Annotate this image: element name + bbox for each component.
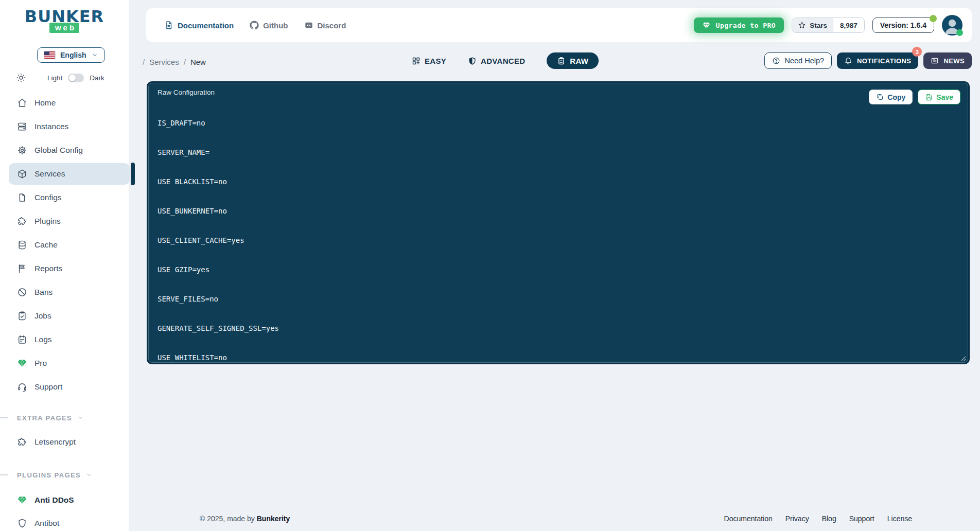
notifications-button[interactable]: NOTIFICATIONS 3	[837, 52, 918, 69]
sidebar-item-anti-ddos[interactable]: Anti DDoS	[0, 488, 129, 512]
github-icon	[250, 21, 259, 30]
sidebar-item-plugins[interactable]: Plugins	[0, 209, 129, 233]
sidebar-item-label: Home	[34, 98, 56, 108]
sidebar-item-label: Services	[34, 169, 65, 179]
sidebar-item-support[interactable]: Support	[0, 375, 129, 399]
version-status-dot	[930, 15, 937, 22]
sidebar-item-label: Support	[34, 382, 62, 392]
toolbar-actions: Need Help? NOTIFICATIONS 3 NEWS	[764, 52, 972, 69]
sidebar-section-extra-pages[interactable]: EXTRA PAGES	[0, 412, 129, 424]
footer-link-support[interactable]: Support	[849, 515, 874, 523]
github-link[interactable]: Github	[250, 21, 288, 30]
sidebar-item-services[interactable]: Services	[0, 162, 129, 186]
tab-label: ADVANCED	[481, 57, 525, 65]
sidebar-item-letsencrypt[interactable]: Letsencrypt	[0, 430, 129, 454]
ban-icon	[17, 287, 27, 297]
sidebar-item-cache[interactable]: Cache	[0, 233, 129, 257]
stars-label-cell: Stars	[792, 18, 833, 32]
need-help-button[interactable]: Need Help?	[764, 52, 832, 69]
cube-icon	[17, 169, 27, 179]
sidebar-item-reports[interactable]: Reports	[0, 257, 129, 280]
top-header: Documentation Github Discord Upgrade to …	[146, 8, 972, 42]
chevron-down-icon	[77, 414, 84, 421]
discord-link[interactable]: Discord	[304, 21, 346, 30]
tab-label: RAW	[570, 57, 588, 65]
sidebar-item-global-config[interactable]: Global Config	[0, 138, 129, 162]
brand-link[interactable]: Bunkerity	[257, 515, 290, 523]
avatar[interactable]	[942, 15, 962, 36]
shield-icon	[17, 518, 27, 528]
sidebar-item-bans[interactable]: Bans	[0, 280, 129, 304]
breadcrumb-slash: /	[143, 58, 145, 66]
sidebar: BUNKER web English Light Dark Home Insta…	[0, 0, 129, 531]
grid-plus-icon	[412, 57, 421, 65]
raw-config-panel: Raw Configuration IS_DRAFT=no SERVER_NAM…	[147, 81, 970, 364]
version-badge: Version: 1.6.4	[872, 17, 934, 33]
sidebar-item-label: Bans	[34, 288, 52, 297]
breadcrumb-services[interactable]: Services	[149, 58, 179, 66]
sidebar-section-plugins-pages[interactable]: PLUGINS PAGES	[0, 469, 129, 481]
sidebar-item-home[interactable]: Home	[0, 91, 129, 115]
clipboard-check-icon	[17, 311, 27, 321]
section-dash	[0, 417, 8, 418]
copyright-text: © 2025, made by	[200, 515, 255, 523]
link-label: Documentation	[178, 21, 234, 30]
sun-icon	[16, 73, 26, 83]
save-button[interactable]: Save	[918, 90, 960, 104]
chevron-down-icon	[85, 471, 93, 479]
footer-link-license[interactable]: License	[887, 515, 912, 523]
documentation-link[interactable]: Documentation	[164, 21, 234, 30]
breadcrumb: / Services / New	[143, 54, 206, 70]
sidebar-item-logs[interactable]: Logs	[0, 328, 129, 351]
language-selector[interactable]: English	[37, 47, 105, 63]
footer-link-documentation[interactable]: Documentation	[724, 515, 773, 523]
dark-label: Dark	[90, 74, 104, 82]
doc-icon	[164, 21, 173, 30]
stars-count: 8,987	[833, 18, 864, 32]
footer-link-blog[interactable]: Blog	[822, 515, 836, 523]
sidebar-item-configs[interactable]: Configs	[0, 186, 129, 209]
copy-button[interactable]: Copy	[869, 90, 913, 104]
logo-subtitle: web	[49, 23, 79, 33]
gear-icon	[17, 145, 27, 155]
flag-icon	[17, 263, 27, 274]
sidebar-item-label: Jobs	[34, 311, 51, 321]
stars-label: Stars	[810, 22, 827, 29]
resize-grip[interactable]	[959, 355, 966, 361]
theme-toggle[interactable]	[68, 74, 84, 82]
raw-config-label: Raw Configuration	[157, 88, 215, 96]
tab-raw[interactable]: RAW	[547, 52, 599, 69]
raw-config-textarea[interactable]: IS_DRAFT=no SERVER_NAME= USE_BLACKLIST=n…	[157, 99, 279, 382]
sidebar-item-label: Configs	[34, 193, 62, 202]
config-line: IS_DRAFT=no	[157, 118, 279, 128]
config-line: USE_WHITELIST=no	[157, 353, 279, 363]
shield-check-icon	[468, 57, 477, 65]
tab-advanced[interactable]: ADVANCED	[468, 57, 525, 65]
sidebar-item-instances[interactable]: Instances	[0, 115, 129, 138]
news-button[interactable]: NEWS	[923, 52, 972, 69]
sidebar-item-antibot[interactable]: Antibot	[0, 511, 129, 531]
tab-easy[interactable]: EASY	[412, 57, 446, 65]
panel-actions: Copy Save	[869, 90, 960, 104]
home-icon	[17, 98, 27, 108]
app-logo[interactable]: BUNKER web	[0, 8, 129, 33]
upgrade-label: Upgrade to PRO	[716, 22, 776, 29]
github-stars-widget[interactable]: Stars 8,987	[792, 17, 865, 33]
newspaper-icon	[931, 57, 939, 65]
sidebar-item-pro[interactable]: Pro	[0, 351, 129, 375]
breadcrumb-current: New	[190, 58, 206, 66]
upgrade-pro-button[interactable]: Upgrade to PRO	[694, 17, 784, 33]
sidebar-item-label: Instances	[34, 122, 68, 131]
file-icon	[17, 192, 27, 203]
star-icon	[798, 21, 806, 29]
sidebar-item-label: Cache	[34, 240, 58, 250]
save-icon	[925, 93, 933, 101]
notifications-label: NOTIFICATIONS	[857, 57, 911, 65]
language-label: English	[60, 51, 86, 59]
config-line: USE_BUNKERNET=no	[157, 206, 279, 216]
sidebar-item-jobs[interactable]: Jobs	[0, 304, 129, 328]
instances-icon	[17, 121, 27, 132]
sidebar-item-label: Letsencrypt	[34, 437, 76, 447]
tab-label: EASY	[425, 57, 446, 65]
footer-link-privacy[interactable]: Privacy	[785, 515, 809, 523]
